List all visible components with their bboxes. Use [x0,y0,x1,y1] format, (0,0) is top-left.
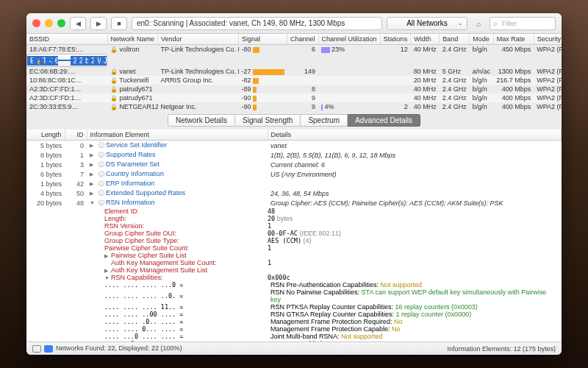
disclosure-triangle-icon[interactable]: ▼ [104,275,111,280]
close-icon[interactable] [32,19,40,27]
rsn-capability-row: .... .... .0.. .... = Management Frame P… [26,318,562,325]
tab-network-details[interactable]: Network Details [168,114,235,127]
network-filter-select[interactable]: All Networks [387,17,467,30]
network-row[interactable]: A2:3D:CF:FD:1…🔒 patrudy671-89 840 MHz2.4… [26,85,562,93]
disclosure-triangle-icon[interactable]: ▶ [90,181,96,187]
play-button[interactable]: ▶ [90,17,107,30]
disclosure-triangle-icon[interactable]: ▶ [90,191,96,197]
back-button[interactable]: ◀ [70,17,86,30]
tab-spectrum[interactable]: Spectrum [301,114,348,127]
rsn-field[interactable]: ▶Auth Key Management Suite List [26,266,562,274]
col-ie[interactable]: Information Element [87,130,268,141]
col-length[interactable]: Length [26,130,65,141]
status-field: en0: Scanning | Associated: vanet, Ch 14… [132,17,382,30]
status-left: Networks Found: 22, Displayed: 22 (100%) [56,344,182,352]
col-band[interactable]: Band [440,34,470,45]
col-stations[interactable]: Stations [380,34,411,45]
rsn-field: Length:20 bytes [26,215,562,222]
network-row[interactable]: A2:3D:CF:FD:1…🔒 patrudy671-90 940 MHz2.4… [26,93,562,102]
disclosure-triangle-icon[interactable]: ▶ [90,143,96,149]
lock-icon: 🔒 [110,104,118,110]
info-icon: ⓘ [98,190,104,197]
detail-tabs: Network Details Signal Strength Spectrum… [26,111,562,130]
rsn-capability-row: .... ...0 .... .... = Joint Multi-band R… [26,333,562,340]
filter-input[interactable]: Filter [490,17,556,30]
tab-signal-strength[interactable]: Signal Strength [235,114,301,127]
col-signal[interactable]: Signal [239,34,287,45]
rsn-field: Group Cipher Suite Type:AES (CCM) (4) [26,237,562,244]
titlebar: ◀ ▶ ■ en0: Scanning | Associated: vanet,… [26,13,562,34]
minimize-icon[interactable] [45,19,53,27]
rsn-capability-row: .... .... .... ..0. = RSN No Pairwise Ca… [26,289,562,303]
rsn-field[interactable]: Auth Key Management Suite Count:1 [26,259,562,266]
lock-icon: 🔒 [110,68,118,75]
disclosure-triangle-icon[interactable]: ▶ [104,253,111,259]
ie-row[interactable]: 1 bytes3▶ ⓘ DS Parameter SetCurrent chan… [26,160,562,169]
rsn-field: RSN Version:1 [26,222,562,230]
rsn-field[interactable]: ▶Pairwise Cipher Suite List [26,252,562,259]
col-details[interactable]: Details [268,130,562,141]
disclosure-triangle-icon[interactable]: ▶ [90,171,96,177]
rsn-field: Pairwise Cipher Suite Count:1 [26,244,562,252]
capture-toggle-off-icon[interactable] [32,345,41,353]
col-vendor[interactable]: Vendor [158,34,239,45]
info-icon: ⓘ [98,152,104,158]
lock-icon: 🔒 [110,95,118,102]
col-mode[interactable]: Mode [470,34,494,45]
network-row[interactable]: EC:08:6B:29:B…🔒 vanetTP-Link Technologie… [26,54,107,67]
rsn-capability-row: .... .... .... 11.. = RSN PTKSA Replay C… [26,303,562,311]
disclosure-triangle-icon[interactable]: ▶ [90,152,96,158]
col-max-rate[interactable]: Max Rate [493,34,534,45]
info-icon: ⓘ [98,171,104,177]
rsn-field: Element ID:48 [26,208,562,215]
network-row[interactable]: EC:08:6B:29:…🔒 vanetTP-Link Technologies… [26,67,562,76]
stop-button[interactable]: ■ [111,17,127,30]
col-bssid[interactable]: BSSID [26,34,107,45]
col-channel[interactable]: Channel [287,34,319,45]
rsn-field[interactable]: ▼RSN Capabilities:0x000c [26,274,562,281]
info-icon: ⓘ [98,161,104,168]
ie-row[interactable]: 6 bytes7▶ ⓘ Country InformationUS (Any E… [26,169,562,179]
col-security[interactable]: Security [534,34,562,45]
tab-advanced-details[interactable]: Advanced Details [348,114,420,127]
ie-row[interactable]: 8 bytes1▶ ⓘ Supported Rates1(B), 2(B), 5… [26,150,562,160]
info-icon: ⓘ [98,142,104,149]
disclosure-triangle-icon[interactable]: ▶ [104,268,111,274]
col-network-name[interactable]: Network Name [107,34,158,45]
col-width[interactable]: Width [411,34,440,45]
info-icon: ⓘ [98,180,104,187]
ie-row[interactable]: 20 bytes48▼ ⓘ RSN InformationGroup Ciphe… [26,198,562,208]
traffic-lights [32,19,65,27]
search-icon[interactable]: ⌕ [472,17,485,30]
rsn-capability-row: .... .... ..00 .... = RSN GTKSA Replay C… [26,311,562,318]
capture-toggle-on-icon[interactable] [44,345,53,353]
network-table[interactable]: BSSIDNetwork NameVendorSignalChannelChan… [26,34,562,111]
info-icon: ⓘ [98,199,104,206]
disclosure-triangle-icon[interactable]: ▶ [90,162,96,168]
zoom-icon[interactable] [57,19,65,27]
app-window: ◀ ▶ ■ en0: Scanning | Associated: vanet,… [26,13,562,355]
network-row[interactable]: 2C:30:33:E5:9…🔒 NETGEAR12Netgear Inc.-90… [26,102,562,111]
ie-row[interactable]: 5 bytes0▶ ⓘ Service Set Identifiervanet [26,141,562,151]
disclosure-triangle-icon[interactable]: ▼ [90,200,96,205]
lock-icon: 🔒 [110,46,118,53]
network-row[interactable]: 10:86:8C:08:1C…🔒 TuckerwifiARRIS Group I… [26,76,562,85]
rsn-capability-row: .... .... 0... .... = Management Frame P… [26,325,562,333]
ie-row[interactable]: 1 bytes42▶ ⓘ ERP Information [26,179,562,188]
detail-pane[interactable]: Length ID Information Element Details 5 … [26,130,562,342]
col-id[interactable]: ID [65,130,87,141]
status-bar: Networks Found: 22, Displayed: 22 (100%)… [26,342,562,355]
ie-row[interactable]: 4 bytes50▶ ⓘ Extended Supported Rates24,… [26,188,562,198]
lock-icon: 🔒 [110,86,118,93]
rsn-field: Group Cipher Suite OUI:00-0F-AC (IEEE 80… [26,230,562,237]
rsn-capability-row: .... .... .... ...0 = RSN Pre-Authentica… [26,281,562,289]
status-right: Information Elements: 12 (175 bytes) [447,345,556,353]
col-channel-utilization[interactable]: Channel Utilization [318,34,380,45]
network-row[interactable]: 18:A6:F7:78:E5:…🔒 voltronTP-Link Technol… [26,45,562,54]
lock-icon: 🔒 [110,77,118,84]
